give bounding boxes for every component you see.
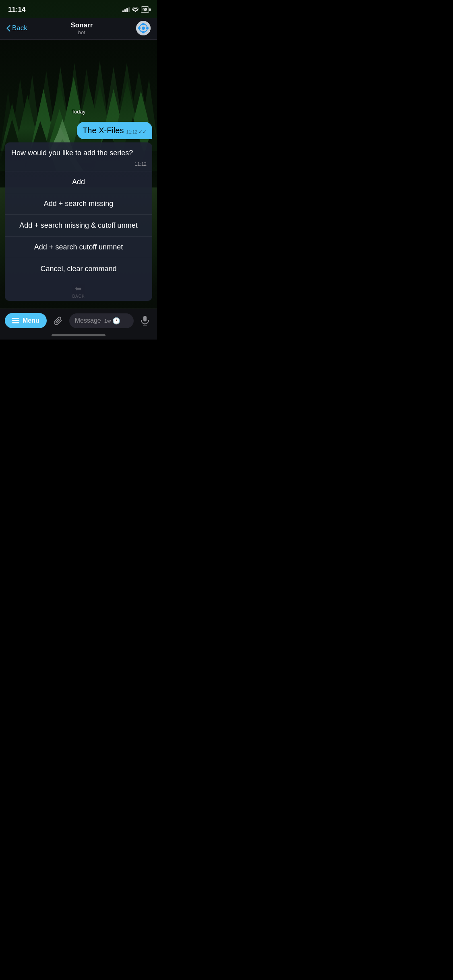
status-icons: 98 xyxy=(122,6,149,13)
svg-rect-45 xyxy=(143,316,147,321)
wifi-icon xyxy=(132,6,139,13)
message-placeholder: Message xyxy=(75,317,101,324)
svg-rect-43 xyxy=(12,320,19,321)
status-bar: 11:14 98 xyxy=(0,0,157,16)
bot-avatar[interactable] xyxy=(136,21,151,35)
svg-rect-42 xyxy=(12,318,19,319)
option-cancel-button[interactable]: Cancel, clear command xyxy=(5,258,152,280)
svg-point-40 xyxy=(146,27,149,29)
attach-button[interactable] xyxy=(51,313,65,328)
outgoing-message-time: 11:12 ✓✓ xyxy=(126,129,147,135)
attach-icon xyxy=(54,316,62,325)
incoming-message-group: How would you like to add the series? 11… xyxy=(5,142,152,301)
back-button[interactable]: Back xyxy=(6,24,27,32)
navigation-bar: Back Sonarr bot xyxy=(0,18,157,40)
svg-point-39 xyxy=(138,27,141,29)
menu-icon xyxy=(12,318,19,323)
option-add-search-missing-cutoff-button[interactable]: Add + search missing & cutoff unmet xyxy=(5,214,152,236)
back-key-label: BACK xyxy=(72,294,85,299)
date-separator: Today xyxy=(0,107,157,116)
read-checkmarks: ✓✓ xyxy=(139,129,147,135)
timer-badge: 1w xyxy=(104,318,111,324)
back-key[interactable]: ⬅ BACK xyxy=(72,284,85,299)
outgoing-message-text: The X-Files xyxy=(83,126,124,135)
status-time: 11:14 xyxy=(8,6,25,14)
svg-point-41 xyxy=(142,27,145,30)
option-add-button[interactable]: Add xyxy=(5,171,152,193)
battery-icon: 98 xyxy=(141,6,149,13)
outgoing-message-row: The X-Files 11:12 ✓✓ xyxy=(0,121,157,140)
mic-button[interactable] xyxy=(138,313,152,328)
nav-title: Sonarr xyxy=(71,21,93,29)
option-add-search-cutoff-button[interactable]: Add + search cutoff unmnet xyxy=(5,236,152,258)
incoming-message-text: How would you like to add the series? xyxy=(5,142,152,161)
chat-area: Today The X-Files 11:12 ✓✓ How would you… xyxy=(0,42,157,306)
option-add-search-missing-button[interactable]: Add + search missing xyxy=(5,193,152,214)
svg-point-38 xyxy=(142,31,145,33)
signal-icon xyxy=(122,7,130,12)
message-input[interactable]: Message 1w 🕐 xyxy=(69,313,134,328)
menu-button[interactable]: Menu xyxy=(5,313,47,328)
clock-icon: 🕐 xyxy=(112,317,120,325)
home-indicator xyxy=(52,334,105,336)
incoming-message-time: 11:12 xyxy=(5,161,152,171)
back-arrow-icon: ⬅ xyxy=(75,284,82,293)
nav-title-group: Sonarr bot xyxy=(71,21,93,35)
nav-subtitle: bot xyxy=(71,29,93,35)
back-key-area: ⬅ BACK xyxy=(5,280,152,301)
mic-icon xyxy=(141,316,149,325)
svg-point-37 xyxy=(142,23,145,25)
menu-label: Menu xyxy=(23,317,39,324)
svg-rect-44 xyxy=(12,322,19,323)
outgoing-bubble: The X-Files 11:12 ✓✓ xyxy=(77,122,152,139)
